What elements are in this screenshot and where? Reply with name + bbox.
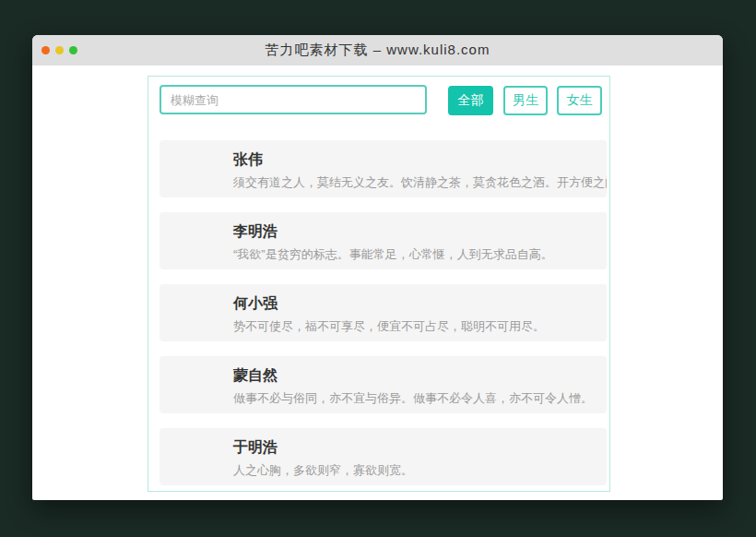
window-title: 苦力吧素材下载 – www.kuli8.com [32,35,723,66]
list-item[interactable]: 蒙自然 做事不必与俗同，亦不宜与俗异。做事不必令人喜，亦不可令人憎。 [159,356,607,413]
list-item[interactable]: 李明浩 “我欲”是贫穷的标志。事能常足，心常惬，人到无求品自高。 [159,212,607,269]
person-name: 何小强 [233,294,594,313]
person-quote: 人之心胸，多欲则窄，寡欲则宽。 [233,463,594,478]
filter-button-all[interactable]: 全部 [448,86,493,115]
filter-button-male[interactable]: 男生 [503,86,548,115]
person-quote: “我欲”是贫穷的标志。事能常足，心常惬，人到无求品自高。 [233,247,594,262]
person-quote: 势不可使尽，福不可享尽，便宜不可占尽，聪明不可用尽。 [233,319,594,334]
window-titlebar: 苦力吧素材下载 – www.kuli8.com [32,35,723,66]
people-list: 张伟 须交有道之人，莫结无义之友。饮清静之茶，莫贪花色之酒。开方便之门，... … [159,140,607,492]
person-name: 于明浩 [233,438,594,457]
filter-button-female[interactable]: 女生 [557,86,602,115]
person-quote: 做事不必与俗同，亦不宜与俗异。做事不必令人喜，亦不可令人憎。 [233,391,594,406]
content-panel: 全部 男生 女生 张伟 须交有道之人，莫结无义之友。饮清静之茶，莫贪花色之酒。开… [148,76,610,492]
person-name: 李明浩 [233,222,594,241]
list-item[interactable]: 张伟 须交有道之人，莫结无义之友。饮清静之茶，莫贪花色之酒。开方便之门，... [159,140,607,197]
search-filter-row: 全部 男生 女生 [148,85,609,115]
person-name: 张伟 [233,150,594,169]
list-item[interactable]: 于明浩 人之心胸，多欲则窄，寡欲则宽。 [159,428,607,485]
browser-window: 苦力吧素材下载 – www.kuli8.com 全部 男生 女生 张伟 须交有道… [32,35,723,500]
person-quote: 须交有道之人，莫结无义之友。饮清静之茶，莫贪花色之酒。开方便之门，... [233,175,594,190]
search-input[interactable] [159,85,427,114]
list-item[interactable]: 何小强 势不可使尽，福不可享尽，便宜不可占尽，聪明不可用尽。 [159,284,607,341]
person-name: 蒙自然 [233,366,594,385]
